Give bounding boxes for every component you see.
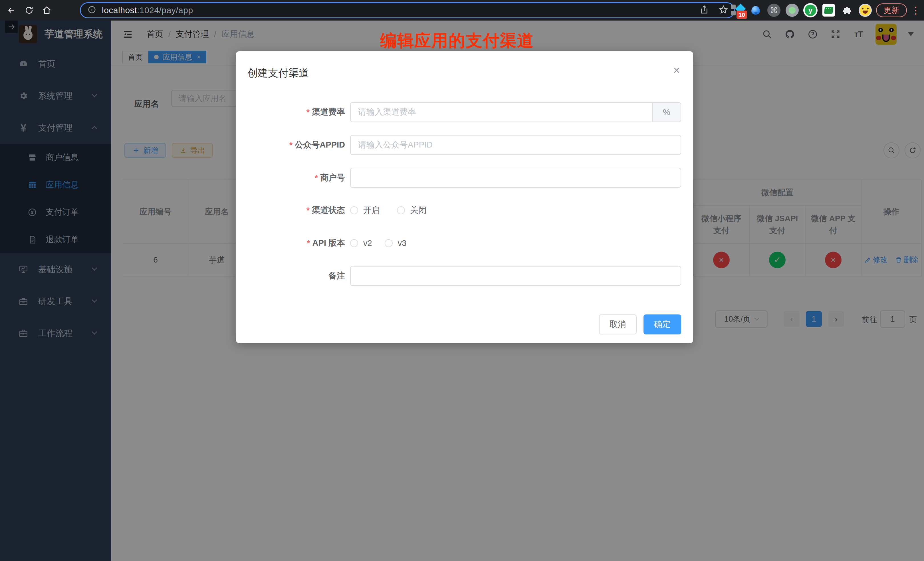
rate-label: 渠道费率 bbox=[312, 106, 345, 118]
annotation-title: 编辑应用的支付渠道 bbox=[363, 30, 551, 52]
radio-api-v3[interactable]: v3 bbox=[385, 238, 406, 248]
reload-icon[interactable] bbox=[23, 4, 35, 16]
appid-input[interactable]: 请输入公众号APPID bbox=[350, 135, 681, 155]
required-asterisk: * bbox=[290, 140, 292, 150]
radio-status-closed[interactable]: 关闭 bbox=[397, 205, 427, 216]
api-version-radio-group: v2 v3 bbox=[350, 233, 406, 253]
create-channel-dialog: 创建支付渠道 × *渠道费率 请输入渠道费率 % *公众号APPID 请输入公众… bbox=[236, 51, 693, 343]
extension-command-icon[interactable]: ⌘ bbox=[766, 3, 782, 18]
url-bar[interactable]: localhost:1024/pay/app bbox=[80, 2, 735, 18]
bookmark-star-icon[interactable] bbox=[718, 5, 728, 16]
share-icon[interactable] bbox=[700, 5, 709, 15]
forward-icon[interactable] bbox=[5, 21, 18, 33]
extension-balloon-icon[interactable] bbox=[748, 3, 763, 18]
extensions-puzzle-icon[interactable] bbox=[840, 3, 854, 18]
radio-circle-icon bbox=[397, 206, 405, 214]
home-icon[interactable] bbox=[40, 4, 53, 16]
rate-input[interactable]: 请输入渠道费率 % bbox=[350, 102, 681, 122]
screen: localhost:1024/pay/app 10 ⌘ y 更新 ⋮ 芋道管理系… bbox=[0, 0, 924, 561]
required-asterisk: * bbox=[306, 206, 310, 215]
dialog-footer: 取消 确定 bbox=[599, 315, 681, 334]
browser-menu-icon[interactable]: ⋮ bbox=[911, 4, 920, 16]
browser-update-button[interactable]: 更新 bbox=[876, 3, 907, 17]
form-row-api-version: *API 版本 v2 v3 bbox=[236, 233, 693, 253]
extension-badge: 10 bbox=[736, 10, 747, 19]
required-asterisk: * bbox=[315, 173, 318, 183]
radio-api-v2[interactable]: v2 bbox=[350, 238, 372, 248]
required-asterisk: * bbox=[307, 238, 310, 248]
form-row-remark: 备注 bbox=[236, 266, 693, 286]
form-row-status: *渠道状态 开启 关闭 bbox=[236, 200, 693, 220]
merchant-input[interactable] bbox=[350, 168, 681, 188]
remark-label: 备注 bbox=[328, 270, 345, 282]
browser-profile-avatar[interactable] bbox=[858, 3, 873, 18]
merchant-label: 商户号 bbox=[320, 172, 345, 183]
radio-circle-icon bbox=[350, 239, 358, 247]
form-row-merchant: *商户号 bbox=[236, 168, 693, 188]
remark-input[interactable] bbox=[350, 266, 681, 286]
extension-recorder-icon[interactable] bbox=[785, 3, 800, 18]
extension-y-icon[interactable]: y bbox=[803, 3, 818, 18]
rate-suffix: % bbox=[652, 103, 681, 122]
extension-tabs-icon[interactable]: 10 bbox=[730, 3, 745, 18]
required-asterisk: * bbox=[306, 108, 310, 117]
radio-status-open[interactable]: 开启 bbox=[350, 205, 380, 216]
appid-label: 公众号APPID bbox=[295, 139, 345, 151]
api-version-label: API 版本 bbox=[312, 237, 345, 249]
browser-toolbar: localhost:1024/pay/app 10 ⌘ y 更新 ⋮ bbox=[0, 0, 924, 21]
extension-chat-icon[interactable] bbox=[821, 3, 836, 18]
cancel-button[interactable]: 取消 bbox=[599, 315, 637, 334]
radio-circle-icon bbox=[350, 206, 358, 214]
status-label: 渠道状态 bbox=[312, 205, 345, 216]
radio-circle-icon bbox=[385, 239, 393, 247]
form-row-rate: *渠道费率 请输入渠道费率 % bbox=[236, 102, 693, 122]
site-info-icon[interactable] bbox=[88, 5, 96, 15]
back-icon[interactable] bbox=[5, 4, 18, 16]
form-row-appid: *公众号APPID 请输入公众号APPID bbox=[236, 135, 693, 155]
extension-area: 10 ⌘ y 更新 ⋮ bbox=[730, 0, 924, 21]
close-icon[interactable]: × bbox=[670, 64, 683, 76]
url-text[interactable]: localhost:1024/pay/app bbox=[102, 5, 193, 15]
dialog-title: 创建支付渠道 bbox=[248, 66, 309, 80]
status-radio-group: 开启 关闭 bbox=[350, 200, 427, 220]
confirm-button[interactable]: 确定 bbox=[644, 315, 681, 334]
